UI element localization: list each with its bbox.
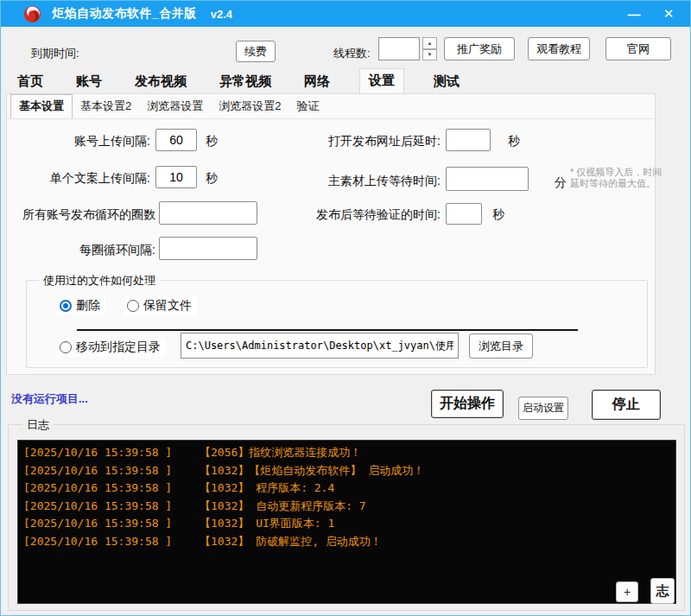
main-tab-bar: 首页 账号 发布视频 异常视频 网络 设置 测试 bbox=[1, 70, 690, 94]
loop-interval-input[interactable] bbox=[159, 237, 257, 260]
log-line: [2025/10/16 15:39:58 ] 【1032】【炬焰自动发布软件】 … bbox=[23, 462, 670, 480]
log-message: 【1032】 UI界面版本: 1 bbox=[200, 515, 334, 533]
sub-tab-bar: 基本设置 基本设置2 浏览器设置 浏览器设置2 验证 bbox=[10, 97, 326, 118]
log-timestamp: [2025/10/16 15:39:58 ] bbox=[23, 444, 200, 462]
used-files-legend: 使用过的文件如何处理 bbox=[39, 273, 160, 289]
radio-move-label: 移动到指定目录 bbox=[76, 340, 161, 355]
status-text: 没有运行项目... bbox=[11, 391, 88, 407]
log-timestamp: [2025/10/16 15:39:58 ] bbox=[23, 515, 200, 533]
move-path-input[interactable] bbox=[181, 333, 459, 359]
log-timestamp: [2025/10/16 15:39:58 ] bbox=[23, 462, 200, 480]
log-message: 【2056】指纹浏览器连接成功！ bbox=[200, 444, 361, 462]
spin-up-icon[interactable]: ▲ bbox=[422, 37, 437, 49]
radio-move[interactable]: 移动到指定目录 bbox=[58, 338, 166, 357]
title-bar: 炬焰自动发布软件_合并版 v2.4 — ✕ bbox=[1, 1, 690, 27]
material-wait-input[interactable] bbox=[446, 167, 529, 191]
tab-abnormal-video[interactable]: 异常视频 bbox=[216, 70, 275, 94]
copy-interval-label: 单个文案上传间隔: bbox=[7, 171, 150, 187]
promo-button[interactable]: 推广奖励 bbox=[444, 37, 515, 60]
expiry-label: 到期时间: bbox=[31, 46, 79, 61]
log-line: [2025/10/16 15:39:58 ] 【1032】 UI界面版本: 1 bbox=[23, 515, 670, 533]
threads-input[interactable] bbox=[378, 37, 420, 60]
radio-keep-icon[interactable] bbox=[127, 300, 139, 312]
log-message: 【1032】【炬焰自动发布软件】 启动成功！ bbox=[200, 462, 424, 480]
log-line: [2025/10/16 15:39:58 ] 【1032】 防破解监控, 启动成… bbox=[23, 533, 670, 551]
tab-home[interactable]: 首页 bbox=[14, 70, 47, 94]
tab-settings[interactable]: 设置 bbox=[359, 68, 404, 94]
app-logo-icon bbox=[23, 5, 41, 23]
spin-down-icon[interactable]: ▼ bbox=[422, 49, 437, 61]
app-window: 炬焰自动发布软件_合并版 v2.4 — ✕ 到期时间: 续费 线程数: ▲ ▼ … bbox=[0, 0, 691, 616]
log-timestamp: [2025/10/16 15:39:58 ] bbox=[23, 479, 200, 498]
verify-wait-input[interactable] bbox=[446, 203, 482, 225]
threads-stepper: ▲ ▼ bbox=[378, 37, 437, 60]
log-groupbox: 日志 [2025/10/16 15:39:58 ] 【2056】指纹浏览器连接成… bbox=[8, 424, 685, 611]
log-toggle-button[interactable]: 志 bbox=[650, 578, 675, 604]
verify-wait-unit: 秒 bbox=[492, 207, 504, 223]
material-wait-label: 主素材上传等待时间: bbox=[292, 174, 441, 189]
tab-network[interactable]: 网络 bbox=[301, 70, 333, 94]
threads-label: 线程数: bbox=[333, 46, 371, 61]
log-message: 【1032】 程序版本: 2.4 bbox=[200, 479, 334, 498]
loop-interval-label: 每圈循环间隔: bbox=[7, 243, 155, 258]
log-legend: 日志 bbox=[22, 417, 54, 433]
settings-tab-page: 基本设置 基本设置2 浏览器设置 浏览器设置2 验证 账号上传间隔: 秒 单个文… bbox=[6, 93, 656, 375]
account-interval-label: 账号上传间隔: bbox=[7, 134, 150, 149]
open-url-delay-input[interactable] bbox=[446, 129, 491, 151]
tab-accounts[interactable]: 账号 bbox=[73, 70, 105, 94]
material-wait-unit: 分 bbox=[555, 175, 567, 191]
material-wait-note: * 仅视频导入后，时间延时等待的最大值。 bbox=[570, 167, 670, 189]
log-line: [2025/10/16 15:39:58 ] 【2056】指纹浏览器连接成功！ bbox=[23, 444, 670, 462]
tutorial-button[interactable]: 观看教程 bbox=[528, 37, 590, 60]
start-operation-button[interactable]: 开始操作 bbox=[431, 390, 504, 418]
log-line: [2025/10/16 15:39:58 ] 【1032】 程序版本: 2.4 bbox=[23, 479, 670, 498]
subtab-browser-settings-2[interactable]: 浏览器设置2 bbox=[211, 95, 288, 118]
subtab-basic-settings-2[interactable]: 基本设置2 bbox=[73, 95, 139, 118]
log-timestamp: [2025/10/16 15:39:58 ] bbox=[23, 498, 200, 516]
minimize-button[interactable]: — bbox=[619, 1, 649, 27]
tab-publish-video[interactable]: 发布视频 bbox=[131, 70, 190, 94]
copy-interval-input[interactable] bbox=[155, 166, 197, 188]
account-interval-input[interactable] bbox=[155, 129, 197, 151]
verify-wait-label: 发布后等待验证的时间: bbox=[292, 207, 441, 223]
log-console: [2025/10/16 15:39:58 ] 【2056】指纹浏览器连接成功！ … bbox=[17, 440, 676, 604]
subtab-browser-settings[interactable]: 浏览器设置 bbox=[139, 95, 211, 118]
close-button[interactable]: ✕ bbox=[654, 1, 683, 27]
window-version: v2.4 bbox=[211, 8, 232, 21]
subtab-verification[interactable]: 验证 bbox=[288, 95, 326, 118]
used-files-groupbox: 使用过的文件如何处理 删除 保留文件 移动到指定目录 浏览目录 bbox=[26, 280, 648, 368]
account-interval-unit: 秒 bbox=[206, 134, 218, 149]
loop-count-label: 所有账号发布循环的圈数 bbox=[7, 207, 155, 223]
open-url-delay-label: 打开发布网址后延时: bbox=[292, 134, 441, 149]
log-timestamp: [2025/10/16 15:39:58 ] bbox=[23, 533, 200, 551]
launch-settings-button[interactable]: 启动设置 bbox=[518, 397, 568, 420]
radio-delete-label: 删除 bbox=[76, 298, 100, 314]
radio-move-icon[interactable] bbox=[60, 341, 72, 353]
radio-keep-label: 保留文件 bbox=[143, 298, 192, 314]
note-line1: * 仅视频导入后，时间 bbox=[570, 167, 662, 177]
browse-directory-button[interactable]: 浏览目录 bbox=[469, 333, 533, 359]
window-title: 炬焰自动发布软件_合并版 bbox=[52, 6, 197, 22]
website-button[interactable]: 官网 bbox=[605, 37, 671, 60]
radio-delete[interactable]: 删除 bbox=[58, 296, 105, 315]
renew-button[interactable]: 续费 bbox=[236, 41, 276, 62]
loop-count-input[interactable] bbox=[159, 201, 257, 225]
tab-test[interactable]: 测试 bbox=[430, 70, 463, 94]
note-line2: 延时等待的最大值。 bbox=[570, 178, 656, 188]
copy-interval-unit: 秒 bbox=[206, 171, 218, 187]
log-message: 【1032】 自动更新程序版本: 7 bbox=[200, 498, 366, 516]
log-message: 【1032】 防破解监控, 启动成功！ bbox=[200, 533, 382, 551]
subtab-basic-settings[interactable]: 基本设置 bbox=[10, 94, 73, 118]
group-separator bbox=[77, 329, 578, 331]
zoom-plus-button[interactable]: + bbox=[616, 581, 638, 602]
radio-delete-icon[interactable] bbox=[60, 300, 72, 312]
sub-tab-divider bbox=[7, 118, 655, 119]
stop-button[interactable]: 停止 bbox=[592, 390, 661, 420]
log-line: [2025/10/16 15:39:58 ] 【1032】 自动更新程序版本: … bbox=[23, 498, 670, 516]
radio-keep[interactable]: 保留文件 bbox=[125, 296, 197, 315]
open-url-delay-unit: 秒 bbox=[508, 134, 520, 149]
